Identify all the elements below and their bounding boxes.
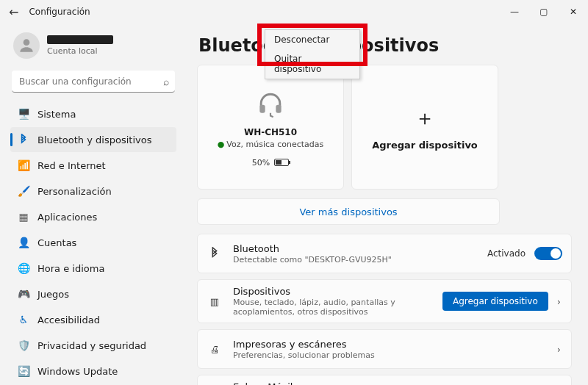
sidebar-item-label: Accesibilidad [37, 314, 100, 325]
row-phone-title: Enlace Móvil [233, 381, 438, 385]
bluetooth-toggle[interactable] [534, 247, 562, 260]
device-battery: 50% [252, 158, 289, 168]
nav-icon: 🔄 [18, 365, 29, 377]
nav-icon: ♿ [18, 314, 29, 325]
minimize-button[interactable]: — [500, 0, 529, 24]
nav-list: 🖥️SistemaBluetooth y dispositivos📶Red e … [10, 101, 176, 384]
account-block[interactable]: Cuenta local [13, 32, 176, 59]
row-printers[interactable]: 🖨 Impresoras y escáneres Preferencias, s… [197, 329, 572, 369]
back-button[interactable]: ← [9, 5, 18, 19]
device-context-menu: Desconectar Quitar dispositivo [265, 29, 360, 79]
sidebar-item-label: Aplicaciones [37, 212, 97, 223]
sidebar-item-bluetooth-y-dispositivos[interactable]: Bluetooth y dispositivos [10, 127, 176, 152]
chevron-right-icon[interactable]: › [556, 344, 562, 355]
svg-rect-1 [259, 104, 265, 112]
sidebar-item-juegos[interactable]: 🎮Juegos [10, 281, 176, 306]
sidebar-item-label: Juegos [37, 289, 69, 300]
plus-icon: ＋ [415, 104, 435, 132]
svg-point-0 [24, 39, 30, 46]
search-box[interactable]: ⌕ [12, 71, 175, 93]
sidebar-item-label: Windows Update [37, 366, 118, 377]
sidebar-item-accesibilidad[interactable]: ♿Accesibilidad [10, 307, 176, 332]
row-bluetooth-sub: Detectable como "DESKTOP-GVU925H" [233, 255, 477, 265]
row-bluetooth[interactable]: Bluetooth Detectable como "DESKTOP-GVU92… [197, 234, 572, 273]
sidebar-item-hora-e-idioma[interactable]: 🌐Hora e idioma [10, 256, 176, 281]
nav-icon: 🎮 [18, 288, 29, 300]
row-bluetooth-title: Bluetooth [233, 243, 477, 254]
device-name: WH-CH510 [244, 127, 297, 137]
device-card[interactable]: ⋯ WH-CH510 ●Voz, música conectadas 50% [197, 65, 344, 190]
sidebar-item-label: Personalización [37, 186, 112, 197]
sidebar-item-label: Hora e idioma [37, 263, 104, 274]
title-bar: ← Configuración — ▢ ✕ [0, 0, 588, 24]
ctx-disconnect[interactable]: Desconectar [265, 30, 359, 49]
nav-icon: 🛡️ [18, 339, 29, 351]
main-content: Bluetooth y dispositivos ⋯ WH-CH510 ●Voz… [184, 24, 588, 385]
search-input[interactable] [12, 71, 175, 93]
chevron-right-icon[interactable]: › [556, 296, 562, 307]
printer-icon: 🖨 [207, 344, 223, 355]
sidebar-item-label: Sistema [37, 109, 76, 120]
row-phone-link[interactable]: 📱 Enlace Móvil Accede al instante a las … [197, 375, 572, 385]
headphones-icon [254, 87, 287, 120]
avatar [13, 32, 40, 59]
sidebar-item-label: Privacidad y seguridad [37, 340, 146, 351]
add-device-card[interactable]: ＋ Agregar dispositivo [351, 65, 498, 190]
row-devices-title: Dispositivos [233, 286, 432, 297]
nav-icon: 🖌️ [18, 185, 29, 197]
nav-icon: 🖥️ [18, 108, 29, 120]
sidebar-item-label: Bluetooth y dispositivos [37, 134, 151, 145]
window-title: Configuración [29, 7, 90, 17]
close-button[interactable]: ✕ [559, 0, 588, 24]
device-status: ●Voz, música conectadas [218, 140, 324, 149]
sidebar-item-cuentas[interactable]: 👤Cuentas [10, 230, 176, 255]
sidebar-item-privacidad-y-seguridad[interactable]: 🛡️Privacidad y seguridad [10, 333, 176, 358]
sidebar: Cuenta local ⌕ 🖥️SistemaBluetooth y disp… [0, 24, 184, 385]
add-device-button[interactable]: Agregar dispositivo [442, 292, 548, 311]
sidebar-item-windows-update[interactable]: 🔄Windows Update [10, 359, 176, 384]
sidebar-item-label: Cuentas [37, 237, 76, 248]
nav-icon: 👤 [18, 237, 29, 248]
see-more-devices-link[interactable]: Ver más dispositivos [197, 198, 500, 225]
nav-icon: 🌐 [18, 262, 29, 274]
nav-icon: ▦ [18, 211, 29, 223]
account-name-redacted [47, 35, 113, 44]
search-icon: ⌕ [163, 76, 169, 87]
add-device-label: Agregar dispositivo [372, 140, 478, 151]
nav-icon: 📶 [18, 159, 29, 171]
svg-rect-2 [276, 104, 281, 112]
bluetooth-icon [207, 247, 223, 260]
maximize-button[interactable]: ▢ [529, 0, 559, 24]
user-icon [17, 36, 36, 55]
sidebar-item-red-e-internet[interactable]: 📶Red e Internet [10, 153, 176, 178]
page-title: Bluetooth y dispositivos [198, 35, 572, 56]
sidebar-item-sistema[interactable]: 🖥️Sistema [10, 101, 176, 126]
battery-icon [274, 159, 289, 166]
row-devices-sub: Mouse, teclado, lápiz, audio, pantallas … [233, 298, 432, 317]
account-type: Cuenta local [47, 46, 113, 56]
sidebar-item-personalizaci-n[interactable]: 🖌️Personalización [10, 179, 176, 204]
devices-icon: ▥ [207, 296, 223, 307]
row-devices[interactable]: ▥ Dispositivos Mouse, teclado, lápiz, au… [197, 279, 572, 323]
row-printers-title: Impresoras y escáneres [233, 339, 545, 350]
sidebar-item-label: Red e Internet [37, 160, 106, 171]
bluetooth-icon [18, 134, 29, 145]
ctx-remove-device[interactable]: Quitar dispositivo [265, 49, 359, 79]
bluetooth-state-label: Activado [487, 248, 526, 259]
row-printers-sub: Preferencias, solucionar problemas [233, 350, 545, 360]
sidebar-item-aplicaciones[interactable]: ▦Aplicaciones [10, 204, 176, 229]
